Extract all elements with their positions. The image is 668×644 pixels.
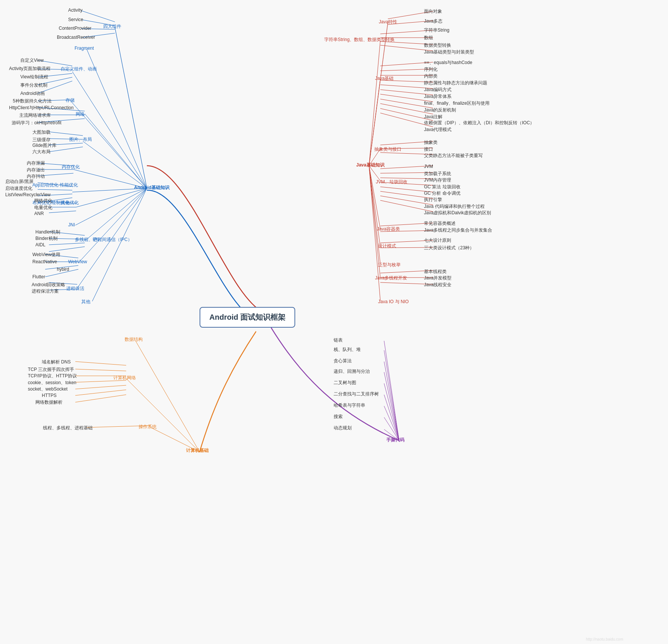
svg-line-84 [369, 166, 380, 229]
java-polymorphism: Java多态 [422, 18, 445, 24]
computer-https: HTTPS [40, 393, 59, 398]
android-memoryleak: 内存泄漏 [24, 160, 47, 166]
computer-branch-label: 计算机基础 [184, 447, 211, 454]
android-whitescreen: 启动白屏/黑屏 [3, 179, 36, 185]
android-perfopt-label: 性能优化 [58, 182, 80, 188]
svg-line-107 [75, 362, 126, 365]
svg-line-32 [76, 188, 147, 207]
svg-line-105 [136, 341, 200, 452]
svg-line-113 [75, 395, 126, 402]
java-generics: 泛型与枚举 [376, 262, 403, 268]
connections-svg [0, 0, 668, 644]
android-httpclient: HttpClient与HttpURLConnection [7, 105, 76, 111]
svg-line-0 [115, 27, 147, 188]
svg-line-42 [78, 188, 147, 263]
computer-tcp3way: TCP 三次握手四次挥手 [26, 366, 76, 373]
svg-line-108 [75, 369, 126, 371]
android-glide: Glide图片库 [30, 142, 59, 149]
svg-line-50 [92, 188, 147, 301]
android-viewdraw: View绘制流程 [18, 74, 50, 80]
java-features-label: Java特性 [377, 19, 400, 25]
svg-line-98 [384, 362, 399, 441]
android-handler: Handler机制 [33, 229, 63, 235]
computer-label: 计算机基础 [184, 447, 211, 454]
computer-networkparse: 网络数据解析 [33, 399, 65, 406]
java-jvm: JVM [422, 164, 435, 169]
android-okhttp: 游码学习：okHttp/retrofit [9, 120, 64, 126]
java-gcalg: GC 算法 垃圾回收 [422, 184, 463, 190]
hw-greedy: 贪心算法 [331, 358, 354, 364]
svg-line-100 [384, 383, 399, 441]
java-container-label: Java容器类 [375, 226, 402, 232]
handwritten-label: 手撕代码 [384, 436, 407, 443]
svg-line-106 [126, 378, 200, 452]
svg-line-59 [369, 79, 380, 166]
android-androidrecycle: Android回收策略 [29, 282, 67, 288]
watermark: http://naotu.baidu.com [584, 636, 625, 642]
android-processkeepsolution: 进程保活方案 [29, 288, 61, 295]
svg-line-19 [49, 132, 83, 136]
android-flutter: Flutter [30, 274, 47, 279]
computer-dns: 域名解析 DNS [40, 359, 73, 365]
android-jni: JNI [66, 222, 77, 227]
svg-line-102 [384, 406, 399, 441]
java-sevenprinciples: 七大设计原则 [422, 237, 453, 244]
hw-stackqueue: 栈、队列、堆 [331, 346, 363, 353]
android-aidl: AIDL [33, 242, 48, 247]
android-memopt-label: 内存优化 [59, 164, 82, 170]
java-concurrentcollection: Java多线程之同步集合与并发集合 [422, 227, 494, 233]
android-bigimg: 大图加载 [30, 129, 53, 136]
computer-threads: 线程、多线程、进程基础 [41, 425, 95, 431]
android-otheropt-label: 其他优化 [58, 200, 81, 206]
hw-recursion: 递归、回溯与分治 [331, 368, 372, 375]
android-imgview-label: 图片、布局 [67, 136, 94, 143]
java-branch-label: Java基础知识 [354, 162, 387, 168]
android-customview-group: 自定义组件、动画 [58, 66, 99, 72]
android-eventdispatch: 事件分发机制 [18, 82, 50, 89]
android-webviewuse: WebView使用 [30, 252, 63, 258]
java-proxy: Java代理模式 [422, 127, 454, 133]
svg-line-29 [38, 189, 72, 190]
android-branch-label: Android基础知识 [132, 185, 172, 191]
java-concurrentmodel: Java并发模型 [422, 275, 454, 281]
android-storage: 5种数据持久化方法 [11, 98, 54, 104]
java-staticoverride: 父类静态方法不能被子类重写 [422, 153, 485, 159]
android-animation: Android动画 [18, 90, 47, 97]
hw-binarysearch: 二分查找与二叉排序树 [331, 391, 381, 397]
svg-line-1 [81, 11, 115, 22]
android-networkopt: 网络优化 [32, 198, 55, 204]
svg-line-6 [72, 72, 147, 188]
android-reactnative: ReactNative [30, 259, 59, 264]
svg-line-87 [369, 166, 380, 247]
java-codeexec: Java 代码编译和执行整个过程 [422, 203, 487, 210]
java-encoding: Java编码方式 [422, 87, 454, 93]
java-serialization: 序列化 [422, 66, 440, 73]
java-multithread-label: Java多线程开发 [373, 275, 409, 281]
android-storage-label: 存储 [63, 97, 77, 104]
android-label: Android基础知识 [132, 184, 172, 191]
center-node: Android 面试知识框架 [200, 307, 295, 328]
svg-line-99 [384, 372, 399, 441]
android-sidalfzjian-label: 四大组件 [101, 23, 124, 30]
computer-datastruct: 数据结构 [122, 336, 145, 343]
java-staticinherit: 静态属性与静态方法的继承问题 [422, 80, 490, 86]
java-threadsafe: Java线程安全 [422, 282, 454, 288]
java-ioc: 依赖倒置（DIP）、依赖注入（DI）和控制反转（IOC） [422, 120, 537, 126]
java-jvmvsdalvik: Java虚拟机和Dalvik虚拟机的区别 [422, 210, 493, 216]
computer-os-label: 操作系统 [136, 424, 159, 430]
svg-line-14 [85, 114, 147, 188]
java-reflection: Java的反射机制 [422, 107, 458, 113]
java-io: Java IO 与 NIO [376, 299, 411, 305]
android-activity: Activity [66, 8, 85, 13]
java-stringtypes-label: 字符串String、数组、数据类型转换 [322, 37, 397, 43]
java-string: 字符串String [422, 27, 451, 34]
hw-binarytree: 二叉树与图 [331, 380, 358, 386]
java-interface: 接口 [422, 146, 435, 153]
android-hybird: hybird [55, 267, 72, 272]
svg-line-40 [49, 243, 85, 245]
handwritten-branch-label: 手撕代码 [384, 437, 407, 443]
java-basics-label: Java基础 [373, 75, 396, 82]
java-designpattern-label: 设计模式 [376, 243, 398, 249]
svg-line-96 [384, 341, 399, 441]
java-execengine: 执行引擎 [422, 197, 444, 203]
